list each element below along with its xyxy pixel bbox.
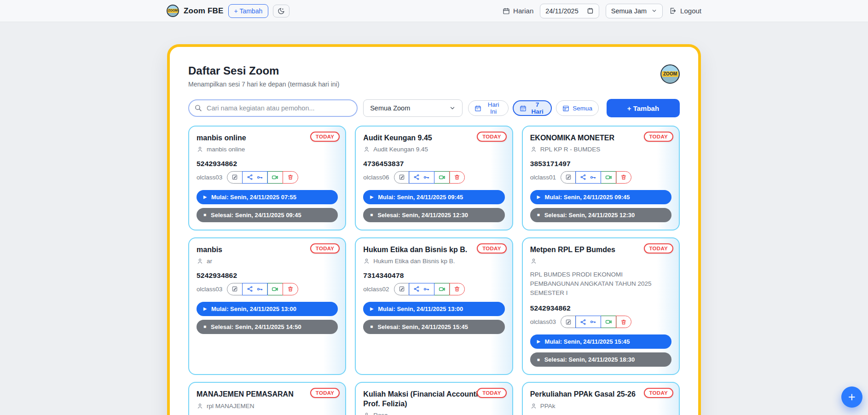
start-video-button[interactable] xyxy=(267,171,283,184)
start-time-pill[interactable]: ▶ Mulai: Senin, 24/11/2025 13:00 xyxy=(363,302,504,316)
delete-button[interactable] xyxy=(616,171,631,184)
start-time-pill[interactable]: ▶ Mulai: Senin, 24/11/2025 15:45 xyxy=(530,334,671,349)
page-title: Daftar Sesi Zoom xyxy=(188,64,339,77)
key-icon xyxy=(256,286,263,293)
zoom-account-select[interactable]: Semua Zoom xyxy=(363,99,463,117)
delete-button[interactable] xyxy=(449,171,465,184)
trash-icon xyxy=(287,286,294,292)
edit-icon xyxy=(231,286,238,292)
start-video-button[interactable] xyxy=(434,171,450,184)
share-icon xyxy=(413,174,420,180)
today-badge: TODAY xyxy=(644,132,674,142)
stop-icon: ■ xyxy=(370,324,373,329)
edit-button[interactable] xyxy=(561,316,576,328)
filter-week-button[interactable]: 7 Hari xyxy=(513,100,552,116)
card-actions xyxy=(394,171,465,184)
key-icon xyxy=(423,286,430,293)
end-time-pill[interactable]: ■ Selesai: Senin, 24/11/2025 09:45 xyxy=(197,208,338,222)
key-icon xyxy=(423,174,430,181)
key-icon xyxy=(256,174,263,181)
start-time-text: Mulai: Senin, 24/11/2025 15:45 xyxy=(545,338,630,345)
date-input[interactable]: 24/11/2025 xyxy=(540,4,599,18)
chevron-down-icon xyxy=(651,8,657,14)
view-mode-harian[interactable]: Harian xyxy=(503,7,533,15)
share-link-button[interactable] xyxy=(575,171,601,184)
video-camera-icon xyxy=(272,174,278,181)
session-card: TODAY Audit Keungan 9.45 Audit Keungan 9… xyxy=(355,126,513,231)
start-video-button[interactable] xyxy=(601,316,617,328)
end-time-text: Selesai: Senin, 24/11/2025 09:45 xyxy=(211,212,301,219)
requester-name: Rosa xyxy=(373,412,388,415)
today-badge: TODAY xyxy=(477,388,507,398)
stop-icon: ■ xyxy=(537,357,540,362)
edit-button[interactable] xyxy=(227,283,243,295)
share-link-button[interactable] xyxy=(409,171,434,184)
edit-button[interactable] xyxy=(227,171,243,184)
panel-logo-text: ZOOM xyxy=(662,71,678,77)
hour-filter-select[interactable]: Semua Jam xyxy=(606,4,663,18)
start-video-button[interactable] xyxy=(601,171,617,184)
end-time-pill[interactable]: ■ Selesai: Senin, 24/11/2025 15:45 xyxy=(363,320,504,334)
end-time-text: Selesai: Senin, 24/11/2025 14:50 xyxy=(211,323,301,330)
requester-name: rpl MANAJEMEN xyxy=(207,403,255,409)
start-video-button[interactable] xyxy=(434,283,450,295)
edit-icon xyxy=(565,174,572,180)
card-actions xyxy=(394,283,465,295)
start-time-pill[interactable]: ▶ Mulai: Senin, 24/11/2025 09:45 xyxy=(530,190,671,204)
key-icon xyxy=(590,318,596,325)
start-video-button[interactable] xyxy=(267,283,283,295)
header-add-button[interactable]: + Tambah xyxy=(228,4,269,18)
start-time-pill[interactable]: ▶ Mulai: Senin, 24/11/2025 07:55 xyxy=(197,190,338,204)
session-card: TODAY manbis ar 5242934862 olclass03 xyxy=(188,237,346,375)
edit-button[interactable] xyxy=(394,283,410,295)
session-card: TODAY Kuliah Maksi (Financial Accounting… xyxy=(355,382,513,415)
stop-icon: ■ xyxy=(203,213,206,217)
account-label: olclass02 xyxy=(363,286,389,293)
card-actions xyxy=(227,171,298,184)
delete-button[interactable] xyxy=(616,316,631,328)
delete-button[interactable] xyxy=(283,171,298,184)
person-icon xyxy=(363,258,370,265)
calendar-day-icon xyxy=(475,105,481,112)
share-icon xyxy=(247,174,253,180)
filter-all-button[interactable]: Semua xyxy=(556,100,599,116)
filter-today-button[interactable]: Hari Ini xyxy=(468,100,509,116)
end-time-pill[interactable]: ■ Selesai: Senin, 24/11/2025 12:30 xyxy=(363,208,504,222)
delete-button[interactable] xyxy=(449,283,465,295)
dark-mode-toggle[interactable] xyxy=(273,5,289,17)
start-time-pill[interactable]: ▶ Mulai: Senin, 24/11/2025 09:45 xyxy=(363,190,504,204)
today-badge: TODAY xyxy=(477,243,507,254)
panel-add-button[interactable]: + Tambah xyxy=(607,99,680,117)
end-time-pill[interactable]: ■ Selesai: Senin, 24/11/2025 18:30 xyxy=(530,352,671,367)
logout-button[interactable]: Logout xyxy=(669,7,701,15)
end-time-pill[interactable]: ■ Selesai: Senin, 24/11/2025 14:50 xyxy=(197,320,338,334)
calendar-week-icon xyxy=(520,105,527,112)
video-camera-icon xyxy=(272,286,278,293)
share-link-button[interactable] xyxy=(575,316,601,328)
session-card: TODAY manbis online manbis online 524293… xyxy=(188,126,346,231)
delete-button[interactable] xyxy=(283,283,298,295)
start-time-pill[interactable]: ▶ Mulai: Senin, 24/11/2025 13:00 xyxy=(197,302,338,316)
moon-icon xyxy=(278,7,285,15)
edit-button[interactable] xyxy=(561,171,576,184)
edit-button[interactable] xyxy=(394,171,410,184)
trash-icon xyxy=(620,174,627,180)
card-actions xyxy=(561,316,632,328)
end-time-pill[interactable]: ■ Selesai: Senin, 24/11/2025 12:30 xyxy=(530,208,671,222)
meeting-id: 4736453837 xyxy=(363,160,504,168)
top-bar: ZOOM Zoom FBE + Tambah Harian 24/11/2025 xyxy=(0,0,868,22)
person-icon xyxy=(530,258,537,265)
share-link-button[interactable] xyxy=(242,171,268,184)
account-label: olclass01 xyxy=(530,174,556,181)
key-icon xyxy=(590,174,596,181)
stop-icon: ■ xyxy=(537,213,540,217)
floating-add-button[interactable]: + xyxy=(841,386,862,408)
search-input[interactable] xyxy=(188,99,358,117)
share-link-button[interactable] xyxy=(409,283,434,295)
video-camera-icon xyxy=(439,286,446,293)
share-link-button[interactable] xyxy=(242,283,268,295)
requester-name: Audit Keungan 9.45 xyxy=(373,146,428,153)
account-label: olclass06 xyxy=(363,174,389,181)
play-icon: ▶ xyxy=(537,195,540,199)
date-value: 24/11/2025 xyxy=(545,7,579,15)
